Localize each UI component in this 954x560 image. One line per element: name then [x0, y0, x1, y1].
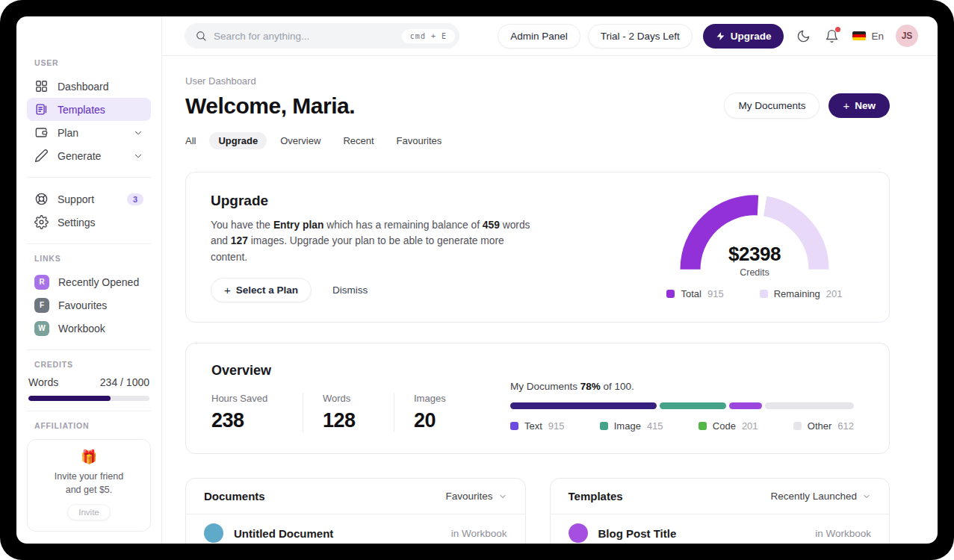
- bar-segment-image: [660, 402, 726, 409]
- lightning-bolt-icon: [716, 31, 725, 41]
- dismiss-button[interactable]: Dismiss: [332, 284, 368, 296]
- sidebar-divider: [27, 349, 151, 350]
- sidebar-link-workbook[interactable]: W Workbook: [27, 317, 151, 340]
- admin-panel-button[interactable]: Admin Panel: [498, 24, 580, 49]
- legend-item-other: Other 612: [793, 420, 854, 432]
- sidebar: USER Dashboard Templates Plan Generate: [16, 16, 162, 544]
- trial-status-button[interactable]: Trial - 2 Days Left: [588, 24, 693, 49]
- chevron-down-icon: [862, 492, 871, 501]
- bar-segment-code: [729, 402, 761, 409]
- tab-upgrade[interactable]: Upgrade: [209, 132, 267, 149]
- legend-swatch: [760, 290, 768, 298]
- template-location: in Workbook: [815, 528, 871, 539]
- sidebar-item-label: Settings: [58, 217, 96, 228]
- user-avatar[interactable]: JS: [896, 25, 918, 47]
- search-bar[interactable]: cmd + E: [185, 23, 459, 49]
- overview-card-title: Overview: [211, 363, 465, 379]
- templates-card-title: Templates: [569, 490, 623, 503]
- tab-recent[interactable]: Recent: [343, 135, 374, 146]
- legend-swatch: [699, 422, 707, 430]
- document-name: Untitled Document: [234, 527, 333, 540]
- sidebar-item-label: Generate: [58, 150, 101, 162]
- moon-icon: [796, 29, 811, 43]
- app-window: USER Dashboard Templates Plan Generate: [16, 16, 938, 544]
- sidebar-item-plan[interactable]: Plan: [27, 121, 151, 144]
- templates-card: Templates Recently Launched Blog Post Ti…: [550, 478, 890, 544]
- tab-all[interactable]: All: [185, 135, 196, 146]
- language-selector[interactable]: En: [852, 31, 884, 42]
- sidebar-item-support[interactable]: Support 3: [27, 187, 151, 211]
- notifications-button[interactable]: [825, 29, 839, 43]
- gauge-legend: Total 915 Remaining 201: [666, 288, 842, 299]
- breadcrumb: User Dashboard: [185, 75, 890, 87]
- document-row[interactable]: Untitled Document in Workbook: [186, 514, 525, 544]
- sidebar-item-templates[interactable]: Templates: [27, 98, 151, 121]
- select-plan-button[interactable]: + Select a Plan: [211, 278, 312, 302]
- language-code: En: [871, 31, 884, 42]
- sidebar-item-label: Support: [58, 193, 94, 205]
- affiliation-card: 🎁 Invite your friend and get $5. Invite: [27, 439, 151, 532]
- sidebar-link-favourites[interactable]: F Favourites: [27, 293, 151, 317]
- topbar: cmd + E Admin Panel Trial - 2 Days Left …: [162, 16, 938, 56]
- legend-swatch: [793, 422, 802, 430]
- my-documents-button[interactable]: My Documents: [724, 93, 820, 119]
- tab-favourites[interactable]: Favourites: [397, 135, 442, 146]
- support-badge: 3: [127, 193, 143, 205]
- invite-button[interactable]: Invite: [67, 504, 111, 520]
- search-shortcut: cmd + E: [402, 29, 455, 43]
- main-content: User Dashboard Welcome, Maria. My Docume…: [162, 56, 938, 544]
- document-avatar: [204, 523, 223, 543]
- upgrade-card-body: You have the Entry plan which has a rema…: [211, 217, 539, 265]
- stat-images: Images 20: [394, 393, 465, 432]
- stat-words: Words 128: [303, 393, 374, 432]
- generate-pencil-icon: [34, 149, 49, 163]
- sidebar-item-settings[interactable]: Settings: [27, 211, 151, 234]
- documents-card: Documents Favourites Untitled Document i…: [185, 478, 526, 544]
- link-initial-badge: R: [34, 275, 49, 290]
- sidebar-item-label: Templates: [58, 104, 105, 116]
- sidebar-item-dashboard[interactable]: Dashboard: [27, 75, 151, 98]
- credits-progress-track: [28, 396, 149, 401]
- new-button[interactable]: + New: [828, 93, 890, 118]
- legend-swatch: [600, 422, 608, 430]
- legend-item-code: Code 201: [699, 420, 758, 432]
- dark-mode-toggle[interactable]: [796, 29, 811, 43]
- sidebar-link-label: Recently Opened: [58, 276, 139, 288]
- sidebar-item-generate[interactable]: Generate: [27, 144, 151, 167]
- template-avatar: [569, 523, 588, 543]
- settings-gear-icon: [34, 215, 49, 229]
- stat-hours-saved: Hours Saved 238: [211, 393, 283, 432]
- sidebar-item-label: Dashboard: [58, 81, 109, 93]
- notification-dot: [835, 27, 840, 32]
- legend-item-image: Image 415: [600, 420, 663, 432]
- progress-legend: Text 915 Image 415 Code 20: [510, 420, 854, 432]
- chevron-down-icon: [133, 128, 143, 138]
- support-lifebuoy-icon: [34, 192, 49, 206]
- link-initial-badge: W: [34, 321, 49, 336]
- legend-item-total: Total 915: [666, 288, 723, 299]
- gift-icon: 🎁: [34, 450, 144, 464]
- template-row[interactable]: Blog Post Title in Workbook: [551, 514, 890, 544]
- document-location: in Workbook: [451, 528, 507, 539]
- plus-icon: +: [224, 284, 231, 296]
- tab-overview[interactable]: Overview: [280, 135, 320, 146]
- credits-progress-fill: [28, 396, 111, 401]
- gauge-center-value: $2398: [665, 243, 844, 266]
- filter-tabs: All Upgrade Overview Recent Favourites: [185, 132, 890, 149]
- sidebar-link-recently-opened[interactable]: R Recently Opened: [27, 270, 151, 293]
- affiliation-text-line2: and get $5.: [34, 483, 144, 497]
- bar-segment-text: [510, 402, 657, 409]
- sidebar-section-credits: CREDITS: [27, 360, 151, 369]
- templates-icon: [34, 102, 49, 116]
- documents-progress: My Documents 78% of 100. Text 915: [510, 381, 854, 432]
- dashboard-grid-icon: [34, 79, 49, 93]
- credits-words-value: 234 / 1000: [100, 376, 149, 388]
- plus-icon: +: [843, 100, 849, 111]
- upgrade-button[interactable]: Upgrade: [703, 24, 784, 49]
- template-name: Blog Post Title: [598, 527, 677, 540]
- search-input[interactable]: [214, 31, 395, 42]
- templates-filter-dropdown[interactable]: Recently Launched: [770, 491, 871, 502]
- credits-gauge: $2398 Credits Total 915: [665, 193, 844, 302]
- documents-card-title: Documents: [204, 490, 265, 503]
- documents-filter-dropdown[interactable]: Favourites: [445, 491, 507, 502]
